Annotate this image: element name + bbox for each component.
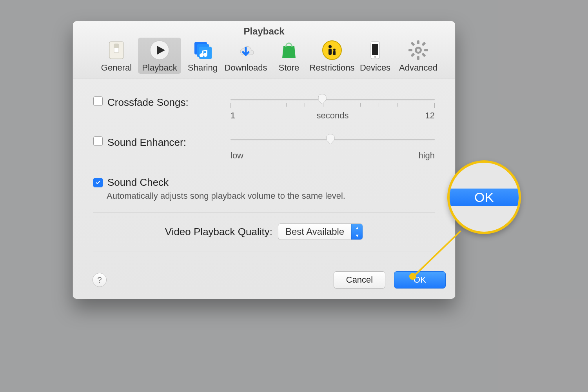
video-quality-row: Video Playback Quality: Best Available ▲… [93,223,435,240]
svg-rect-20 [424,49,428,51]
svg-point-15 [374,56,376,58]
svg-rect-21 [410,42,415,46]
dialog-footer: ? Cancel OK [73,271,455,289]
preferences-window: Playback General Playback Sharing [73,21,456,299]
slider-min: low [230,151,243,161]
svg-rect-23 [421,42,426,46]
sound-check-label: Sound Check [107,176,169,189]
phone-icon [364,39,386,61]
crossfade-checkbox[interactable] [93,96,103,106]
tab-label: General [101,63,132,73]
svg-point-9 [328,45,332,48]
cloud-download-icon [235,39,257,61]
shopping-bag-icon [278,39,300,61]
tab-label: Playback [142,63,177,73]
slider-unit: seconds [230,111,435,121]
callout-band: OK [450,189,519,206]
svg-point-8 [323,41,341,60]
ok-callout: OK [447,160,521,234]
svg-point-25 [417,49,420,52]
svg-rect-14 [372,44,378,55]
tab-label: Store [279,63,299,73]
toolbar-tabs: General Playback Sharing Downloads [95,38,433,77]
crossfade-label: Crossfade Songs: [107,96,189,109]
tab-store[interactable]: Store [267,38,310,74]
enhancer-row: Sound Enhancer: low high [93,136,435,161]
help-button[interactable]: ? [93,273,107,287]
tab-label: Sharing [188,63,218,73]
svg-rect-19 [408,49,412,51]
svg-rect-2 [114,44,119,48]
svg-rect-24 [410,53,415,57]
divider [93,212,435,212]
video-quality-label: Video Playback Quality: [165,226,272,238]
window-title: Playback [73,26,455,37]
tab-general[interactable]: General [95,38,138,74]
sound-check-row: Sound Check Automatically adjusts song p… [93,176,435,201]
parental-icon [321,39,343,61]
tab-label: Downloads [225,63,267,73]
slider-track [230,139,435,140]
svg-rect-17 [417,40,419,44]
tab-sharing[interactable]: Sharing [181,38,224,74]
select-value: Best Available [278,226,351,237]
ok-button[interactable]: OK [394,271,446,289]
callout-text: OK [474,190,494,205]
video-quality-select[interactable]: Best Available ▲▼ [278,223,363,240]
play-icon [149,39,171,61]
tab-restrictions[interactable]: Restrictions [310,38,354,74]
slider-ticks [230,103,435,108]
svg-rect-18 [417,56,419,60]
tab-playback[interactable]: Playback [138,38,181,74]
select-stepper-icon: ▲▼ [351,224,363,240]
svg-rect-10 [328,49,332,55]
slider-range-labels: 1 seconds 12 [230,111,435,121]
window-titlebar: Playback General Playback Sharing [73,21,455,78]
tab-label: Restrictions [310,63,355,73]
divider [93,252,435,252]
svg-point-11 [333,49,336,51]
sound-check-desc: Automatically adjusts song playback volu… [107,191,435,201]
music-stack-icon [192,39,214,61]
slider-thumb[interactable] [318,94,327,104]
tab-advanced[interactable]: Advanced [397,38,440,74]
cancel-button[interactable]: Cancel [334,271,385,289]
slider-range-labels: low high [230,151,435,161]
switch-icon [105,39,127,61]
tab-devices[interactable]: Devices [354,38,397,74]
slider-thumb[interactable] [326,134,335,144]
enhancer-slider[interactable]: low high [230,136,435,161]
slider-max: high [418,151,435,161]
svg-rect-12 [333,51,336,55]
tab-label: Devices [360,63,390,73]
panel-content: Crossfade Songs: 1 seconds 12 [73,78,455,252]
tab-downloads[interactable]: Downloads [224,38,267,74]
slider-track [230,99,435,100]
enhancer-checkbox[interactable] [93,136,103,146]
crossfade-slider[interactable]: 1 seconds 12 [230,96,435,121]
callout-anchor-dot [409,273,416,280]
gear-icon [407,39,429,61]
tab-label: Advanced [399,63,437,73]
svg-rect-22 [421,53,426,57]
enhancer-label: Sound Enhancer: [107,136,186,149]
crossfade-row: Crossfade Songs: 1 seconds 12 [93,96,435,121]
sound-check-checkbox[interactable] [93,178,103,187]
